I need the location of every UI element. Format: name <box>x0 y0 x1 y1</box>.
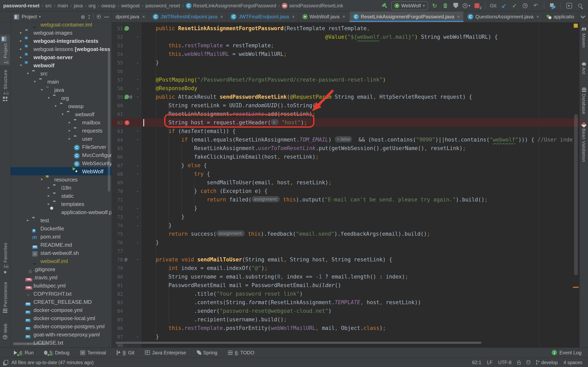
code-text[interactable]: return success(assignment: this).feedbac… <box>141 230 430 238</box>
line-number[interactable]: 66 <box>112 154 123 160</box>
code-text[interactable] <box>141 247 143 255</box>
code-text[interactable]: } <box>141 221 172 230</box>
fold-marker-icon[interactable]: ▴ <box>135 164 140 167</box>
line-separator[interactable]: LF <box>487 360 493 365</box>
code-line[interactable]: 76▴ } <box>112 238 579 247</box>
code-line[interactable]: 81 PasswordResetEmail mail = PasswordRes… <box>112 281 579 290</box>
tree-item[interactable]: ▸webgoat-images <box>11 29 112 37</box>
tree-item[interactable]: CMvcConfigura <box>11 151 112 159</box>
fold-marker-icon[interactable]: ▾ <box>135 138 140 142</box>
code-line[interactable]: 77 <box>112 247 579 255</box>
code-text[interactable]: .title("Your password reset link") <box>141 290 303 298</box>
toolwindow-button-java-enterprise[interactable]: Java Enterprise <box>145 350 186 355</box>
tree-item[interactable]: ▸test <box>11 216 112 224</box>
breadcrumb-item[interactable]: password_reset <box>145 3 180 8</box>
code-line[interactable]: 69 sendMailToUser(email, host, resetLink… <box>112 178 579 187</box>
line-number[interactable]: 80 <box>112 274 123 280</box>
tree-collapsed-arrow-icon[interactable]: ▸ <box>20 47 22 51</box>
line-number[interactable]: 52 <box>112 34 123 40</box>
code-text[interactable]: } <box>141 204 197 212</box>
code-text[interactable]: @ResponseBody <box>141 84 197 92</box>
code-line[interactable]: 80 String username = email.substring(0, … <box>112 272 579 281</box>
tree-item[interactable]: CFileServer <box>11 143 112 151</box>
tree-item[interactable]: ▸requests <box>11 126 112 134</box>
tree-item[interactable]: ▸static <box>11 192 112 200</box>
hidden-tabs-chevron-icon[interactable] <box>581 14 585 18</box>
close-icon[interactable]: × <box>292 14 295 20</box>
line-number[interactable]: 75 <box>112 231 123 237</box>
run-button[interactable]: ↻ <box>431 1 439 9</box>
tree-collapsed-arrow-icon[interactable]: ▸ <box>69 137 70 141</box>
code-line[interactable]: 66 fakeClickingLinkEmail(host, resetLink… <box>112 152 579 161</box>
close-icon[interactable]: × <box>142 14 145 20</box>
event-log-button[interactable]: 1 Event Log <box>552 350 588 355</box>
tree-item[interactable]: ▸webgoat-lessons [webgoat-less <box>11 45 112 53</box>
fold-marker-icon[interactable]: ▾ <box>135 129 140 133</box>
line-number[interactable]: 81 <box>112 282 123 288</box>
tree-item[interactable]: application-webwolf.p <box>11 208 112 216</box>
tree-item[interactable]: CWebSecurity <box>11 159 112 167</box>
tree-item[interactable]: DCdocker-compose.yml <box>11 306 112 314</box>
line-number[interactable]: 55 <box>112 60 123 66</box>
breadcrumb-item[interactable]: main <box>57 3 68 8</box>
code-line[interactable]: 78@▾ private void sendMailToUser(String … <box>112 255 579 264</box>
breadcrumb-item[interactable]: org <box>88 3 95 8</box>
fold-marker-icon[interactable]: ▾ <box>135 172 140 176</box>
tree-expanded-arrow-icon[interactable]: ▾ <box>20 63 22 67</box>
stripe-button-7-structure[interactable]: 7: Structure <box>0 70 10 101</box>
code-line[interactable]: 55▴ } <box>112 58 579 67</box>
file-encoding[interactable]: UTF-8 <box>498 360 511 365</box>
tree-item[interactable]: ▸webgoat-integration-tests <box>11 37 112 45</box>
fold-marker-icon[interactable]: ▴ <box>135 241 140 244</box>
git-branch-widget[interactable]: develop <box>536 360 558 365</box>
line-number[interactable]: 74 <box>112 222 123 228</box>
fold-marker-icon[interactable]: ▾ <box>135 95 140 99</box>
line-number[interactable]: 87 <box>112 334 123 340</box>
close-icon[interactable]: × <box>536 14 539 20</box>
tree-item[interactable]: COPYRIGHT.txt <box>11 290 112 298</box>
gear-icon[interactable] <box>97 15 101 19</box>
code-line[interactable]: 70▴ } catch (Exception e) { <box>112 187 579 195</box>
toolwindow-button-4-run[interactable]: 4: Run <box>14 350 34 355</box>
tree-item[interactable]: ▸templates <box>11 200 112 208</box>
tree-collapsed-arrow-icon[interactable]: ▸ <box>48 194 50 198</box>
line-number[interactable]: 78 <box>112 257 123 262</box>
code-text[interactable]: } else { <box>141 161 207 170</box>
tree-horizontal-scrollbar[interactable] <box>13 342 48 345</box>
code-line[interactable]: 83 .contents(String.format(ResetLinkAssi… <box>112 298 579 307</box>
code-line[interactable]: 68▾ try { <box>112 170 579 178</box>
run-config-selector[interactable]: WebWolf ▾ <box>391 1 428 10</box>
code-line[interactable]: 72▴ } <box>112 204 579 212</box>
tree-item[interactable]: DDockerfile <box>11 224 112 233</box>
fold-marker-icon[interactable]: ▴ <box>135 189 140 193</box>
code-text[interactable]: if (email.equals(ResetLinkAssignment.TOM… <box>141 135 573 144</box>
code-text[interactable]: ResetLinkAssignment.userToTomResetLink.p… <box>141 144 466 152</box>
code-line[interactable]: 85 .recipient(username).build(); <box>112 315 579 324</box>
code-text[interactable]: if (hasText(email)) { <box>141 127 236 135</box>
line-number[interactable]: 86 <box>112 325 123 331</box>
code-line[interactable]: 74▴ } <box>112 221 579 230</box>
tree-item[interactable]: MDREADME.md <box>11 241 112 249</box>
tree-item[interactable]: ▸mailbox <box>11 118 112 126</box>
tree-expanded-arrow-icon[interactable]: ▾ <box>27 71 29 75</box>
breadcrumb-item[interactable]: webgoat <box>121 3 140 8</box>
line-number[interactable]: 56 <box>112 68 123 74</box>
editor-horizontal-scrollbar[interactable] <box>116 342 481 344</box>
lock-icon[interactable] <box>517 362 520 364</box>
background-tasks-icon[interactable] <box>4 360 8 365</box>
code-text[interactable]: } <box>141 332 159 341</box>
line-number[interactable]: 54 <box>112 51 123 57</box>
tree-collapsed-arrow-icon[interactable]: ▸ <box>20 55 22 59</box>
indent-setting[interactable]: 4 spaces <box>563 360 582 365</box>
code-text[interactable]: this.restTemplate = restTemplate; <box>141 41 274 50</box>
chevron-down-icon[interactable]: ▾ <box>39 15 41 19</box>
line-number[interactable]: 85 <box>112 317 123 322</box>
tree-collapsed-arrow-icon[interactable]: ▸ <box>48 202 50 206</box>
code-text[interactable]: .sender("password-reset@webgoat-cloud.ne… <box>141 307 332 315</box>
code-line[interactable]: 56 <box>112 67 579 75</box>
code-line[interactable]: 59@▾ public AttackResult sendPasswordRes… <box>112 92 579 101</box>
tree-item[interactable]: ▾webwolf <box>11 61 112 69</box>
code-text[interactable]: public ResetLinkAssignmentForgotPassword… <box>141 24 370 33</box>
tree-item[interactable]: ▸webgoat-server <box>11 53 112 61</box>
code-line[interactable]: 82 .title("Your password reset link") <box>112 290 579 298</box>
